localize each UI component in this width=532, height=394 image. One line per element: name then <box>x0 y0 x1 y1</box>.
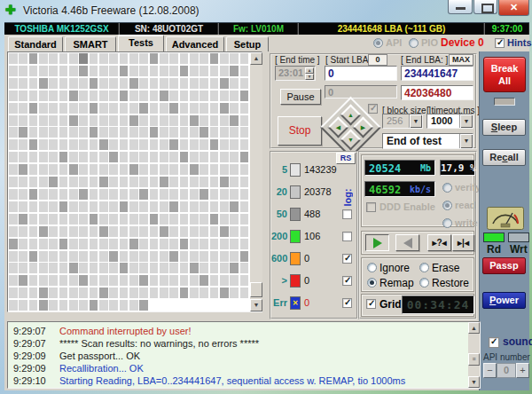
remap-radio[interactable] <box>367 278 377 288</box>
end-time-spin-icons[interactable]: ▲▼ <box>305 67 314 79</box>
scan-block <box>99 139 108 150</box>
scan-back-button[interactable] <box>395 234 419 251</box>
scan-scroll-down-icon[interactable]: ▼ <box>250 299 262 311</box>
scan-block <box>220 177 229 187</box>
api-radio[interactable] <box>373 38 383 48</box>
tab-advanced[interactable]: Advanced <box>166 36 224 51</box>
scan-block <box>190 53 199 64</box>
butterfly-button[interactable]: ▸|◂ <box>452 234 474 251</box>
elapsed-timer-lcd: 00:34:24 <box>402 296 474 314</box>
scan-block <box>160 78 168 89</box>
scan-block <box>69 239 78 249</box>
scan-block <box>29 164 38 175</box>
ignore-radio[interactable] <box>367 263 377 272</box>
power-button[interactable]: Power <box>482 292 526 309</box>
tab-setup[interactable]: Setup <box>226 36 269 51</box>
tab-standard[interactable]: Standard <box>8 36 63 51</box>
scan-block <box>129 226 138 237</box>
api-number-plus-button[interactable]: + <box>516 363 529 378</box>
break-all-button[interactable]: Break All <box>483 57 526 92</box>
scan-block <box>190 251 199 262</box>
end-time-spinner[interactable]: 23:01 ▲▼ <box>275 66 316 81</box>
scan-block <box>240 251 249 262</box>
scan-block <box>59 91 68 101</box>
timeout-arrow-icon[interactable]: ▼ <box>459 114 473 128</box>
scan-scroll-up-icon[interactable]: ▲ <box>250 52 262 65</box>
scan-block <box>59 53 68 64</box>
start-scan-button[interactable] <box>365 234 389 251</box>
scan-block <box>9 288 18 298</box>
to-log-600-checkbox[interactable] <box>342 254 352 264</box>
tab-smart[interactable]: SMART <box>65 36 116 51</box>
scan-block <box>190 288 199 298</box>
hints-checkbox[interactable] <box>495 38 505 48</box>
log-scroll-down-icon[interactable]: ▼ <box>468 376 480 388</box>
maximize-button[interactable] <box>473 0 497 14</box>
log-scroll-thumb[interactable]: ≡ <box>468 353 480 366</box>
block-size-arrow-icon[interactable]: ▼ <box>409 114 422 128</box>
to-log-50-checkbox[interactable] <box>342 209 352 219</box>
restore-radio[interactable] <box>419 278 429 288</box>
tab-tests[interactable]: Tests <box>118 35 164 51</box>
erase-radio[interactable] <box>419 263 429 272</box>
scan-scroll-thumb[interactable] <box>250 282 262 297</box>
to-log-err-checkbox[interactable] <box>342 298 352 308</box>
scan-block <box>200 189 208 200</box>
scan-block <box>180 251 189 262</box>
to-log-200-checkbox[interactable] <box>342 232 352 241</box>
start-lba-zero-button[interactable]: 0 <box>368 54 387 66</box>
scan-block <box>59 300 68 311</box>
scan-block <box>9 66 18 76</box>
ddd-enable-checkbox[interactable] <box>366 202 376 212</box>
recall-button[interactable]: Recall <box>482 149 526 166</box>
scan-block <box>120 239 129 249</box>
scan-block <box>169 201 178 212</box>
api-number-minus-button[interactable]: − <box>483 363 497 378</box>
scan-block <box>150 251 159 262</box>
pause-button[interactable]: Pause <box>280 89 321 105</box>
read-radio[interactable] <box>442 201 452 210</box>
sleep-button[interactable]: Sleep <box>482 119 526 136</box>
scan-block <box>120 91 129 101</box>
scan-block <box>220 164 229 175</box>
stop-button[interactable]: Stop <box>278 116 322 146</box>
scan-block <box>9 239 18 249</box>
passport-button[interactable]: Passp <box>482 257 526 274</box>
title-bar[interactable]: ✚ Victoria 4.46b Freeware (12.08.2008) ✕ <box>0 0 532 22</box>
scan-block <box>180 164 189 175</box>
start-lba-input[interactable]: 0 <box>325 66 397 81</box>
scan-block <box>19 66 27 76</box>
pio-radio[interactable] <box>409 38 419 48</box>
scan-block <box>29 127 38 138</box>
scan-block <box>99 78 108 89</box>
seek-test-button[interactable]: ▸?◂ <box>427 234 451 251</box>
scan-block <box>230 103 239 114</box>
verify-radio[interactable] <box>442 183 452 193</box>
end-lba-input[interactable]: 234441647 <box>401 66 473 81</box>
scan-block <box>79 177 88 187</box>
window-title: Victoria 4.46b Freeware (12.08.2008) <box>23 4 200 17</box>
scan-block <box>230 66 239 76</box>
head-meter-gauge-icon <box>487 207 524 230</box>
max-button[interactable]: MAX <box>449 54 473 66</box>
legend-count: 20378 <box>304 186 332 197</box>
end-action-arrow-icon[interactable]: ▼ <box>459 134 473 148</box>
scan-block <box>240 53 249 64</box>
timeout-dropdown[interactable]: 1000 ▼ <box>426 114 473 129</box>
minimize-button[interactable] <box>448 0 473 14</box>
to-log-gt-checkbox[interactable] <box>342 276 352 286</box>
block-size-dropdown[interactable]: 256 ▼ <box>382 114 423 129</box>
grid-checkbox[interactable] <box>366 299 376 309</box>
scan-block <box>180 152 189 162</box>
write-radio[interactable] <box>442 218 452 228</box>
end-action-dropdown[interactable]: End of test ▼ <box>382 133 473 149</box>
close-button[interactable]: ✕ <box>498 0 529 16</box>
legend-label: > <box>271 275 287 286</box>
log-scroll-up-icon[interactable]: ▲ <box>468 322 480 334</box>
scan-block <box>79 66 88 76</box>
scan-block <box>230 275 239 286</box>
seek-option-checkbox[interactable] <box>368 104 378 114</box>
scan-block <box>169 288 178 298</box>
scan-map-scrollbar[interactable] <box>250 52 262 311</box>
sound-checkbox[interactable] <box>489 337 499 348</box>
